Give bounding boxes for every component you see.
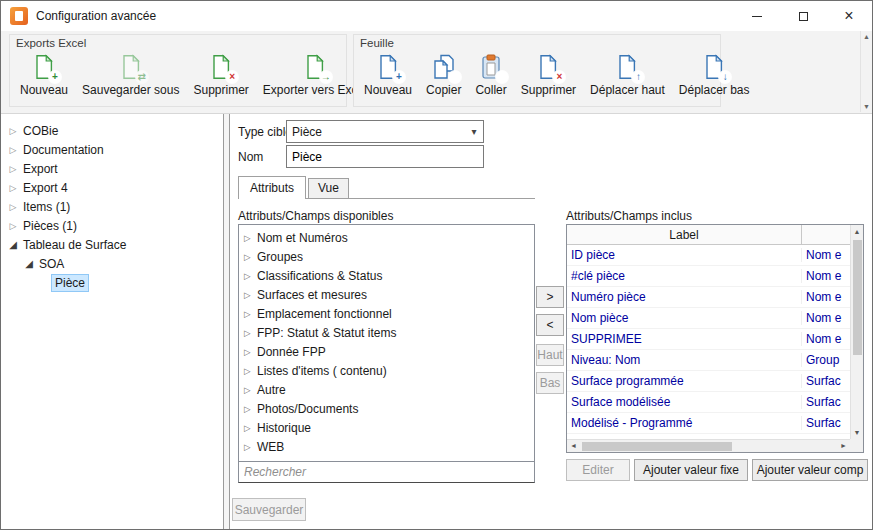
scroll-left-icon[interactable]: ◄ [570,442,577,449]
tree-item-documentation[interactable]: ▷ Documentation [1,140,223,159]
expand-icon[interactable]: ▷ [239,271,257,281]
table-row[interactable]: Niveau: NomGroup [567,350,850,371]
available-attributes-list: ▷Nom et Numéros ▷Groupes ▷Classification… [238,224,535,462]
scroll-down-icon[interactable]: ▼ [861,103,872,110]
expand-icon[interactable]: ▷ [239,328,257,338]
add-attribute-button[interactable]: > [536,286,564,308]
remove-attribute-button[interactable]: < [536,314,564,336]
available-group-emplacement-fonctionnel[interactable]: ▷Emplacement fonctionnel [239,304,534,323]
available-group-photos-documents[interactable]: ▷Photos/Documents [239,399,534,418]
move-down-icon: ↓ [701,54,727,80]
type-cible-select[interactable]: Pièce ▾ [286,120,484,143]
tab-attributs[interactable]: Attributs [238,176,306,199]
expand-icon[interactable]: ▷ [6,145,20,155]
nom-input[interactable] [286,145,484,168]
tabstrip: Attributs Vue [238,175,535,199]
add-computed-value-button[interactable]: Ajouter valeur comp [752,459,868,481]
tab-vue[interactable]: Vue [308,178,349,198]
available-group-classifications-status[interactable]: ▷Classifications & Status [239,266,534,285]
scrollbar-thumb[interactable] [853,240,862,355]
add-fixed-value-button[interactable]: Ajouter valeur fixe [634,459,748,481]
delete-sheet-icon: × [535,54,561,80]
move-sheet-up-button[interactable]: ↑ Déplacer haut [583,51,672,99]
tree-item-soa[interactable]: ◢ SOA [1,254,223,273]
expand-icon[interactable]: ▷ [239,233,257,243]
expand-icon[interactable]: ▷ [6,164,20,174]
available-group-nom-et-numeros[interactable]: ▷Nom et Numéros [239,228,534,247]
paste-sheet-button[interactable]: Coller [468,51,513,99]
new-excel-export-button[interactable]: + Nouveau [13,51,75,99]
available-group-listes-d-items[interactable]: ▷Listes d'items ( contenu) [239,361,534,380]
table-row[interactable]: Modélisé - ProgramméSurfac [567,413,850,434]
expand-icon[interactable]: ▷ [6,126,20,136]
expand-icon[interactable]: ▷ [6,183,20,193]
table-row[interactable]: Surface modéliséeSurfac [567,392,850,413]
available-group-autre[interactable]: ▷Autre [239,380,534,399]
move-down-button[interactable]: Bas [536,372,564,394]
category-column-header[interactable] [801,225,850,244]
tree-item-tableau-de-surface[interactable]: ◢ Tableau de Surface [1,235,223,254]
scroll-up-icon[interactable]: ▲ [861,33,872,40]
move-up-button[interactable]: Haut [536,344,564,366]
tree-item-cobie[interactable]: ▷ COBie [1,121,223,140]
table-row[interactable]: Numéro pièceNom e [567,287,850,308]
tree-item-items[interactable]: ▷ Items (1) [1,197,223,216]
new-sheet-button[interactable]: + Nouveau [357,51,419,99]
vertical-scrollbar[interactable]: ▲ ▼ [850,225,863,439]
window: Configuration avancée × Exports Excel + … [0,0,873,530]
available-group-surfaces-et-mesures[interactable]: ▷Surfaces et mesures [239,285,534,304]
ribbon-scrollbar[interactable]: ▲ ▼ [860,31,872,112]
scroll-up-icon[interactable]: ▲ [851,228,863,235]
minimize-button[interactable] [734,1,780,31]
table-row[interactable]: Surface programméeSurfac [567,371,850,392]
available-group-web[interactable]: ▷WEB [239,437,534,456]
edit-button[interactable]: Editer [566,459,630,481]
scrollbar-corner [850,439,863,452]
delete-excel-export-button[interactable]: × Supprimer [186,51,255,99]
expand-icon[interactable]: ▷ [239,309,257,319]
available-heading: Attributs/Champs disponibles [238,209,393,223]
expand-icon[interactable]: ▷ [239,290,257,300]
included-attributes-table: Label ID pièceNom e #clé pièceNom e Numé… [566,224,864,453]
tree-item-piece[interactable]: Pièce [1,273,223,292]
available-group-groupes[interactable]: ▷Groupes [239,247,534,266]
expand-icon[interactable]: ▷ [239,366,257,376]
available-group-fpp-statut[interactable]: ▷FPP: Statut & Statut items [239,323,534,342]
collapse-icon[interactable]: ◢ [6,239,20,250]
minimize-icon [752,16,762,17]
horizontal-scrollbar[interactable]: ◄ ► [567,439,850,452]
collapse-icon[interactable]: ◢ [22,258,36,269]
tree-item-export[interactable]: ▷ Export [1,159,223,178]
table-row[interactable]: ID pièceNom e [567,245,850,266]
available-group-donnee-fpp[interactable]: ▷Donnée FPP [239,342,534,361]
expand-icon[interactable]: ▷ [239,423,257,433]
available-group-historique[interactable]: ▷Historique [239,418,534,437]
tree-item-export-4[interactable]: ▷ Export 4 [1,178,223,197]
expand-icon[interactable]: ▷ [239,442,257,452]
scrollbar-thumb[interactable] [582,442,732,451]
expand-icon[interactable]: ▷ [239,404,257,414]
close-button[interactable]: × [826,1,872,31]
maximize-button[interactable] [780,1,826,31]
expand-icon[interactable]: ▷ [239,252,257,262]
save-export-as-button[interactable]: ⇄ Sauvegarder sous [75,51,186,99]
table-row[interactable]: SUPPRIMEENom e [567,329,850,350]
delete-sheet-button[interactable]: × Supprimer [514,51,583,99]
table-row[interactable]: Nom pièceNom e [567,308,850,329]
scroll-down-icon[interactable]: ▼ [851,429,863,436]
expand-icon[interactable]: ▷ [239,385,257,395]
table-row[interactable]: #clé pièceNom e [567,266,850,287]
group-label: Exports Excel [16,37,86,49]
label-column-header[interactable]: Label [567,225,801,244]
copy-sheet-button[interactable]: Copier [419,51,468,99]
scroll-right-icon[interactable]: ► [840,442,847,449]
expand-icon[interactable]: ▷ [6,202,20,212]
tree-item-pieces[interactable]: ▷ Pièces (1) [1,216,223,235]
move-sheet-down-button[interactable]: ↓ Déplacer bas [672,51,757,99]
expand-icon[interactable]: ▷ [6,221,20,231]
search-input[interactable] [238,461,535,483]
panel-splitter[interactable] [223,114,230,529]
save-button[interactable]: Sauvegarder [232,498,306,521]
expand-icon[interactable]: ▷ [239,347,257,357]
type-cible-value: Pièce [292,125,322,139]
